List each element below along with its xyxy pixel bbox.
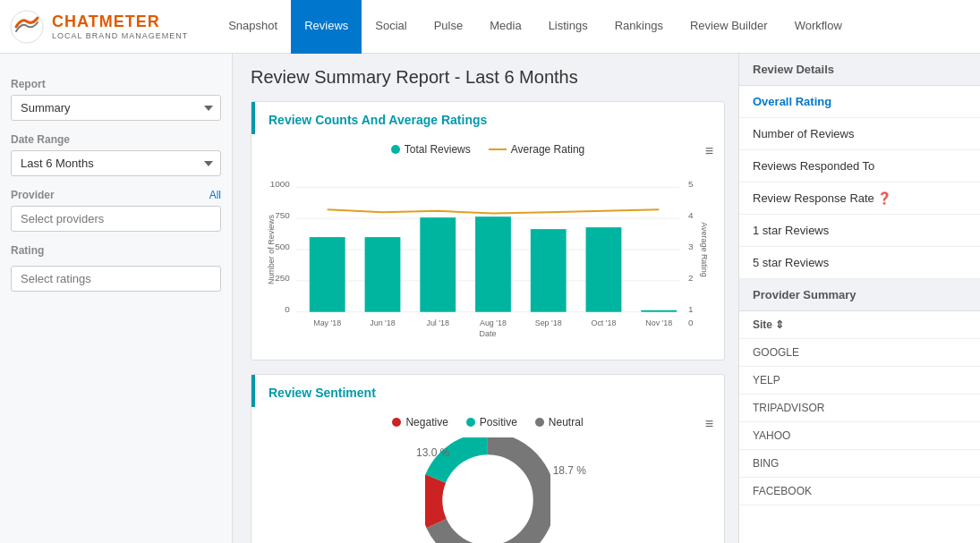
tab-review-builder[interactable]: Review Builder [677,0,781,54]
legend-total-label: Total Reviews [405,143,471,156]
svg-text:750: 750 [275,210,290,220]
svg-text:Sep '18: Sep '18 [535,318,562,327]
svg-text:500: 500 [275,242,290,251]
tab-reviews[interactable]: Reviews [291,0,362,54]
detail-5star[interactable]: 5 star Reviews [739,247,980,279]
page-title: Review Summary Report - Last 6 Months [251,67,725,88]
date-range-label: Date Range [11,133,221,146]
rating-input[interactable] [11,266,221,292]
right-panel: Review Details Overall Rating Number of … [738,54,980,543]
svg-text:Oct '18: Oct '18 [591,318,616,327]
svg-text:Average Rating: Average Rating [700,222,709,277]
negative-pct-label: 13.0 % [416,446,449,459]
bar-chart-svg: 1000 750 500 250 0 5 4 3 2 1 0 Number of… [265,165,711,344]
legend-total-dot [391,145,400,154]
svg-text:3: 3 [688,242,694,251]
detail-num-reviews[interactable]: Number of Reviews [739,118,980,150]
bar-jul [420,217,456,312]
svg-text:Aug '18: Aug '18 [480,318,507,327]
review-sentiment-card: Review Sentiment ≡ Negative Positive Ne [251,374,725,543]
bar-oct [586,227,622,312]
bar-nov [641,310,677,312]
tab-social[interactable]: Social [362,0,420,54]
svg-text:May '18: May '18 [313,318,341,327]
tab-workflow[interactable]: Workflow [781,0,856,54]
review-counts-card: Review Counts And Average Ratings ≡ Tota… [251,101,725,361]
provider-summary-title: Provider Summary [739,279,980,311]
neg-label: Negative [405,416,447,428]
provider-tripadvisor[interactable]: TRIPADVISOR [739,395,980,422]
main-layout: Report Summary Details Comparison Date R… [0,54,980,543]
svg-text:4: 4 [688,210,694,220]
logo-name: CHATMETER [52,13,188,31]
detail-1star[interactable]: 1 star Reviews [739,215,980,247]
tab-listings[interactable]: Listings [535,0,601,54]
provider-facebook[interactable]: FACEBOOK [739,478,980,505]
logo-text: CHATMETER LOCAL BRAND MANAGEMENT [52,13,188,40]
provider-bing[interactable]: BING [739,450,980,478]
svg-text:2: 2 [688,273,694,283]
svg-text:250: 250 [275,273,290,283]
legend-avg-line [489,148,507,150]
svg-text:0: 0 [688,318,694,327]
date-range-select[interactable]: Last 6 Months Last 3 Months Last Month L… [11,150,221,176]
provider-input[interactable] [11,206,221,232]
detail-reviews-responded[interactable]: Reviews Responded To [739,150,980,182]
tab-rankings[interactable]: Rankings [601,0,677,54]
report-label: Report [11,78,221,90]
legend-positive: Positive [466,416,517,428]
provider-label: Provider [11,189,55,201]
sentiment-title: Review Sentiment [268,386,376,400]
svg-text:5: 5 [688,179,694,189]
svg-text:Number of Reviews: Number of Reviews [267,214,276,284]
chart2-menu-icon[interactable]: ≡ [705,416,713,432]
svg-text:Date: Date [480,329,497,338]
review-details-title: Review Details [739,54,980,86]
review-counts-title: Review Counts And Average Ratings [268,113,487,127]
pos-label: Positive [480,416,517,428]
tab-pulse[interactable]: Pulse [421,0,477,54]
provider-google[interactable]: GOOGLE [739,339,980,367]
sentiment-body: ≡ Negative Positive Neutral [251,407,724,543]
tab-media[interactable]: Media [476,0,534,54]
tab-snapshot[interactable]: Snapshot [215,0,291,54]
svg-text:0: 0 [285,304,290,314]
rating-line [328,209,660,213]
review-counts-body: ≡ Total Reviews Average Rating 1000 750 [251,134,724,360]
svg-point-30 [450,462,525,538]
bar-jun [365,237,401,312]
svg-text:Jul '18: Jul '18 [426,318,449,327]
top-bar: CHATMETER LOCAL BRAND MANAGEMENT Snapsho… [0,0,980,54]
bar-aug [475,216,511,312]
logo-sub: LOCAL BRAND MANAGEMENT [52,31,188,40]
site-header[interactable]: Site ⇕ [739,311,980,339]
provider-all-link[interactable]: All [209,189,221,201]
main-nav: Snapshot Reviews Social Pulse Media List… [215,0,856,53]
svg-text:1000: 1000 [270,179,291,189]
report-select[interactable]: Summary Details Comparison [11,95,221,121]
neg-dot [392,418,401,427]
legend-total: Total Reviews [391,143,471,156]
provider-yahoo[interactable]: YAHOO [739,422,980,450]
logo-icon [9,9,45,45]
bar-sep [531,229,567,312]
chart1-legend: Total Reviews Average Rating [265,143,711,156]
review-counts-header: Review Counts And Average Ratings [251,102,724,134]
pos-dot [466,418,475,427]
svg-text:Nov '18: Nov '18 [645,318,672,327]
svg-text:1: 1 [688,304,694,314]
legend-avg-label: Average Rating [511,143,585,156]
logo: CHATMETER LOCAL BRAND MANAGEMENT [9,9,188,45]
positive-pct-label: 18.7 % [553,464,586,477]
legend-negative: Negative [392,416,447,428]
sidebar: Report Summary Details Comparison Date R… [0,54,233,543]
detail-response-rate[interactable]: Review Response Rate ❓ [739,182,980,215]
bar-may [310,237,345,312]
detail-overall-rating[interactable]: Overall Rating [739,86,980,118]
legend-avg: Average Rating [489,143,585,156]
svg-text:Jun '18: Jun '18 [370,318,396,327]
neu-dot [535,418,544,427]
neu-label: Neutral [549,416,584,428]
provider-yelp[interactable]: YELP [739,367,980,395]
chart1-menu-icon[interactable]: ≡ [705,143,713,159]
